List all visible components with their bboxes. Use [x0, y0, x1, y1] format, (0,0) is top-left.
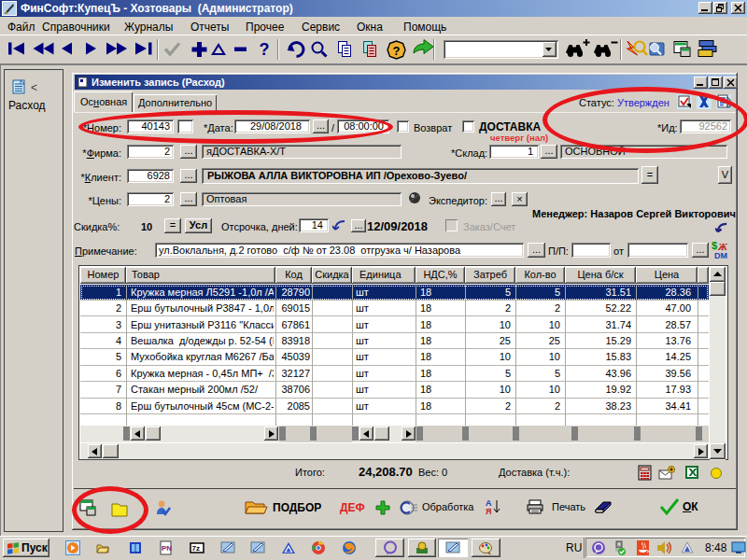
svg-text:PN: PN	[162, 544, 172, 553]
svg-text:?: ?	[393, 44, 401, 58]
svg-text:DM: DM	[714, 251, 727, 260]
svg-text:?: ?	[260, 40, 270, 59]
svg-text:$: $	[712, 240, 717, 251]
svg-text:7z: 7z	[192, 544, 200, 553]
svg-text:Я: Я	[486, 507, 491, 516]
